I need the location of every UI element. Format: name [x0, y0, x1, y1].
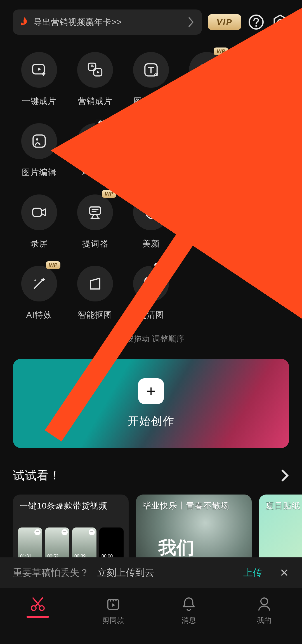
tool-cutout[interactable]: 智能抠图 — [67, 266, 123, 321]
tool-label: AI特效 — [26, 309, 52, 321]
svg-text:HD: HD — [154, 286, 159, 291]
tool-beauty[interactable]: 美颜 — [123, 194, 179, 249]
tool-script[interactable]: 创作脚本 — [235, 123, 291, 178]
tool-ai-fx[interactable]: VIP AI特效 — [11, 266, 67, 321]
chevron-right-icon — [188, 17, 194, 27]
try-thumb: −00:52 — [45, 527, 69, 560]
promo-text: 导出营销视频赢年卡>> — [34, 16, 183, 28]
tool-camera[interactable]: 拍摄 — [179, 123, 235, 178]
nav-label: 消息 — [181, 616, 196, 625]
tool-label: 超清图 — [138, 309, 164, 321]
try-card-3[interactable]: 夏日贴纸 悠 — [259, 495, 302, 565]
fire-icon — [21, 17, 29, 27]
notification-dot — [164, 196, 168, 199]
beauty-icon — [143, 204, 159, 220]
tool-label: 图文成片 — [134, 96, 168, 107]
tool-collapse[interactable]: 收起 — [235, 52, 291, 107]
svg-point-2 — [278, 20, 282, 24]
tool-hd-image[interactable]: ❶限免HD 超清图 — [123, 266, 179, 321]
ai-product-icon: AI — [143, 133, 159, 149]
vip-badge-small: VIP — [46, 261, 60, 269]
try-card-1[interactable]: 一键10条爆款带货视频 −01:31 −00:52 −00:39 00:00 — [13, 495, 129, 565]
svg-point-21 — [208, 211, 210, 212]
scissors-icon — [30, 596, 46, 612]
promo-pill[interactable]: 导出营销视频赢年卡>> — [13, 9, 202, 35]
nav-label: 剪同款 — [102, 616, 124, 625]
tool-label: 图片编辑 — [22, 167, 56, 178]
chevron-up-icon — [255, 62, 271, 78]
svg-point-20 — [204, 211, 205, 212]
nav-messages[interactable]: 消息 — [151, 596, 226, 625]
tool-hd-quality[interactable]: VIPHD 超清画质 — [235, 194, 291, 249]
svg-text:AI: AI — [154, 72, 159, 77]
start-creation-card[interactable]: + 开始创作 — [13, 359, 289, 448]
tool-ai-draw[interactable]: ❶限免 AI作图 — [67, 123, 123, 178]
nav-label: 我的 — [257, 616, 272, 625]
try-card-caption: 一键10条爆款带货视频 — [20, 500, 107, 512]
try-card-2[interactable]: 毕业快乐丨青春不散场 我们 — [136, 495, 252, 565]
tool-label: 智能抠图 — [78, 309, 112, 321]
chevron-right-icon[interactable] — [281, 469, 289, 482]
upload-bar: 重要草稿怕丢失？ 立刻上传到云 上传 ✕ — [0, 557, 302, 588]
svg-text:HD: HD — [259, 210, 267, 215]
tool-label: 拍 — [203, 238, 211, 249]
tool-image-edit[interactable]: 图片编辑 — [11, 123, 67, 178]
help-icon[interactable] — [247, 13, 265, 31]
svg-rect-10 — [89, 135, 101, 147]
upload-link[interactable]: 上传 — [243, 566, 262, 579]
play-bolt-icon — [31, 62, 47, 78]
svg-point-24 — [92, 280, 93, 281]
svg-point-28 — [148, 280, 150, 282]
free-badge: ❶限免 — [151, 261, 172, 269]
vip-badge-small: VIP — [214, 47, 228, 55]
tools-grid: 一键成片 营销成片 AI 图文成片 VIP 视频翻译 收起 图片编辑 ❶限免 A… — [0, 35, 302, 321]
record-icon — [31, 204, 47, 220]
nav-edit[interactable] — [0, 596, 76, 616]
tool-label: 拍摄 — [198, 167, 216, 178]
tool-video-translate[interactable]: VIP 视频翻译 — [179, 52, 235, 107]
tool-label: 收起 — [254, 96, 272, 107]
vip-badge[interactable]: VIP — [208, 14, 241, 30]
hd-icon: HD — [255, 204, 271, 220]
tool-marketing-video[interactable]: 营销成片 — [67, 52, 123, 107]
settings-icon[interactable] — [271, 13, 289, 31]
tool-label: 营销成片 — [78, 96, 112, 107]
try-title: 试试看！ — [13, 468, 61, 483]
svg-rect-16 — [33, 208, 41, 217]
close-icon[interactable]: ✕ — [280, 566, 289, 579]
tool-shoot[interactable]: 拍 — [179, 194, 235, 249]
tool-label: 录屏 — [30, 238, 48, 249]
tool-teleprompter[interactable]: VIP 提词器 — [67, 194, 123, 249]
svg-point-33 — [261, 598, 268, 605]
ai-image-icon — [87, 133, 103, 149]
nav-profile[interactable]: 我的 — [226, 596, 302, 625]
hd-image-icon: HD — [143, 275, 159, 292]
tool-label: AI作图 — [82, 167, 108, 178]
svg-point-14 — [204, 138, 209, 144]
text-ai-icon: AI — [143, 62, 159, 78]
camera-icon — [199, 133, 215, 149]
image-edit-icon — [31, 133, 47, 149]
svg-rect-17 — [90, 207, 101, 215]
try-cards: 一键10条爆款带货视频 −01:31 −00:52 −00:39 00:00 毕… — [0, 483, 302, 565]
script-icon — [255, 133, 271, 149]
tool-text-to-video[interactable]: AI 图文成片 — [123, 52, 179, 107]
nav-templates[interactable]: 剪同款 — [76, 596, 151, 625]
translate-icon — [199, 62, 215, 78]
tool-label: 视频翻译 — [190, 96, 224, 107]
bottom-nav: 剪同款 消息 我的 — [0, 588, 302, 644]
start-plus-button[interactable]: + — [138, 378, 164, 404]
bell-icon — [181, 596, 197, 612]
svg-point-19 — [201, 206, 213, 218]
try-card-caption: 夏日贴纸 — [266, 500, 300, 512]
tool-ai-product[interactable]: AI AI商品图 — [123, 123, 179, 178]
tool-label: AI商品图 — [134, 167, 168, 178]
upload-answer: 立刻上传到云 — [97, 566, 154, 579]
tool-screen-record[interactable]: 录屏 — [11, 194, 67, 249]
profile-icon — [256, 596, 272, 612]
svg-text:AI: AI — [153, 143, 158, 148]
tool-one-click-video[interactable]: 一键成片 — [11, 52, 67, 107]
try-card-bigtext: 我们 — [158, 536, 195, 560]
template-icon — [105, 596, 121, 612]
tool-label: 一键成片 — [22, 96, 56, 107]
